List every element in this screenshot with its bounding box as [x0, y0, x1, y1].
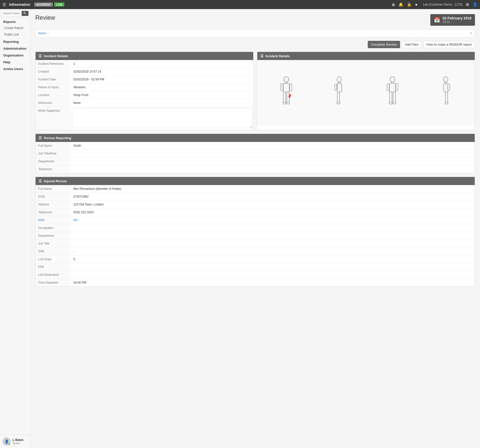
field-value-lost-days: 0: [71, 255, 475, 263]
sidebar-item-create-report[interactable]: Create Report: [0, 25, 30, 31]
field-value-address: 123 Old Town, London: [71, 201, 475, 208]
field-value-created: 02/02/2018 14:57:14: [71, 68, 253, 75]
field-label-department-injured: Department: [36, 232, 71, 240]
field-label-job-title-injured: Job Title: [36, 240, 71, 247]
incident-details-left-title: Incident Details: [44, 54, 68, 58]
field-value-incident-reference: 1: [71, 60, 253, 68]
field-witnesses: Witnesses None: [36, 99, 253, 107]
page-title: Review: [35, 14, 55, 21]
user-info: Lee (Customer Demo - 1172): [423, 3, 462, 6]
field-lost-days: Lost Days 0: [36, 255, 475, 263]
svg-point-17: [390, 77, 395, 82]
breadcrumb-home[interactable]: Home: [38, 32, 46, 35]
tag-live: LIVE: [54, 3, 64, 7]
sidebar-item-public-link[interactable]: Public Link: [0, 31, 30, 38]
svg-rect-29: [448, 84, 450, 91]
lock-icon[interactable]: 🔒: [407, 2, 412, 7]
field-value-what-happened: [71, 107, 253, 130]
field-label-injured-fullname: Full Name: [36, 185, 71, 193]
field-value-department-person: [71, 158, 475, 165]
field-telephone-person: Telephone: [36, 165, 475, 173]
svg-rect-4: [290, 83, 292, 91]
svg-rect-18: [391, 82, 393, 83]
field-job-title-role: Job Title/Role: [36, 150, 475, 158]
list-icon-injured: ☰: [39, 179, 42, 183]
svg-point-31: [445, 102, 448, 104]
field-label-telephone-person: Telephone: [36, 165, 71, 173]
monitor-icon[interactable]: 🖥: [391, 3, 395, 7]
avatar: 👤: [3, 437, 11, 445]
hamburger-icon[interactable]: ☰: [3, 2, 6, 7]
svg-rect-10: [289, 96, 290, 97]
grid-icon[interactable]: ⊞: [466, 2, 469, 7]
field-label-lost-days: Lost Days: [36, 255, 71, 263]
sidebar-item-administration[interactable]: Administration: [0, 45, 30, 51]
date-line: 02 February 2018: [443, 16, 471, 20]
list-icon: ☰: [39, 54, 42, 58]
svg-rect-1: [285, 82, 287, 83]
heart-icon[interactable]: ♥: [415, 3, 417, 7]
svg-rect-28: [444, 83, 448, 92]
online-dot: [8, 443, 10, 445]
field-department-person: Department: [36, 158, 475, 165]
field-department-injured: Department: [36, 232, 475, 240]
field-what-happened: What Happened: [36, 107, 253, 130]
svg-point-25: [392, 102, 396, 104]
field-value-job-title-role: [71, 150, 475, 157]
action-buttons: Complete Review Add Files How to make a …: [35, 41, 475, 48]
svg-point-26: [443, 77, 448, 82]
field-value-occupation: [71, 224, 475, 232]
riddor-button[interactable]: How to make a RIDDOR report: [423, 41, 475, 48]
close-breadcrumb-button[interactable]: ×: [470, 31, 472, 36]
top-nav: ☰ Infreemation ACCIDENT LIVE 🖥 🔔 🔒 ♥ Lee…: [0, 0, 480, 9]
field-value-department-injured: [71, 232, 475, 240]
date-text: 02 February 2018 15:01: [443, 16, 471, 24]
user-icon[interactable]: 👤: [473, 2, 477, 7]
breadcrumb: Home › ×: [35, 29, 475, 37]
page-header: Review 📅 02 February 2018 15:01: [35, 14, 475, 26]
field-created: Created 02/02/2018 14:57:14: [36, 68, 253, 76]
field-value-location: Shop Front: [71, 91, 253, 99]
incident-details-left-header: ☰ Incident Details: [36, 52, 253, 60]
sidebar-item-active-users[interactable]: Active Users: [0, 65, 30, 72]
injured-person-header: ☰ Injured Person: [36, 177, 475, 185]
sidebar-item-organisation[interactable]: Organisation: [0, 51, 30, 58]
field-label-shift: Shift: [36, 248, 71, 255]
svg-rect-14: [335, 84, 337, 91]
field-ppe: PPE: [36, 263, 475, 271]
complete-review-button[interactable]: Complete Review: [368, 41, 400, 48]
time-line: 15:01: [443, 20, 471, 24]
incident-details-left-panel: ☰ Incident Details Incident Reference 1 …: [35, 52, 253, 130]
sidebar-user: 👤 L Bates Active: [0, 435, 30, 448]
list-icon-right: ☰: [260, 54, 264, 58]
search-button[interactable]: 🔍: [22, 11, 29, 16]
svg-rect-9: [289, 95, 291, 96]
svg-rect-19: [389, 83, 396, 92]
sidebar-item-reports[interactable]: Reports: [0, 18, 30, 25]
person-reporting-panel: ☰ Person Reporting Full Name Smith Job T…: [35, 134, 475, 173]
field-label-incident-date: Incident Date: [36, 76, 71, 83]
svg-rect-3: [281, 83, 283, 91]
incident-details-right-panel: ☰ Incident Details: [257, 52, 475, 130]
what-happened-textarea[interactable]: [72, 108, 252, 128]
field-occupation: Occupation: [36, 224, 475, 232]
body-diagram: [257, 60, 475, 126]
add-files-button[interactable]: Add Files: [402, 41, 422, 48]
svg-rect-22: [389, 92, 392, 103]
field-shift: Shift -: [36, 248, 475, 255]
breadcrumb-left: Home ›: [38, 32, 49, 35]
sidebar-item-reporting[interactable]: Reporting: [0, 38, 30, 45]
field-label-nature-of-injury: Nature of Injury: [36, 83, 71, 91]
svg-rect-15: [337, 92, 340, 103]
search-input[interactable]: [2, 11, 22, 16]
sidebar-item-help[interactable]: Help: [0, 58, 30, 65]
svg-point-16: [337, 102, 340, 104]
field-value-nature-of-injury: Abrasion,: [71, 83, 253, 91]
field-value-injured-fullname: Ben Richardson (Member of Public): [71, 185, 475, 193]
alert-icon[interactable]: 🔔: [399, 2, 403, 7]
main-content: Review 📅 02 February 2018 15:01 Home › ×…: [30, 9, 480, 448]
body-back-svg: [385, 76, 400, 109]
field-telephone-injured: Telephone 0202 222 3333: [36, 208, 475, 216]
field-label-left-destination: Left Destination: [36, 271, 71, 279]
list-icon-person: ☰: [39, 136, 42, 140]
